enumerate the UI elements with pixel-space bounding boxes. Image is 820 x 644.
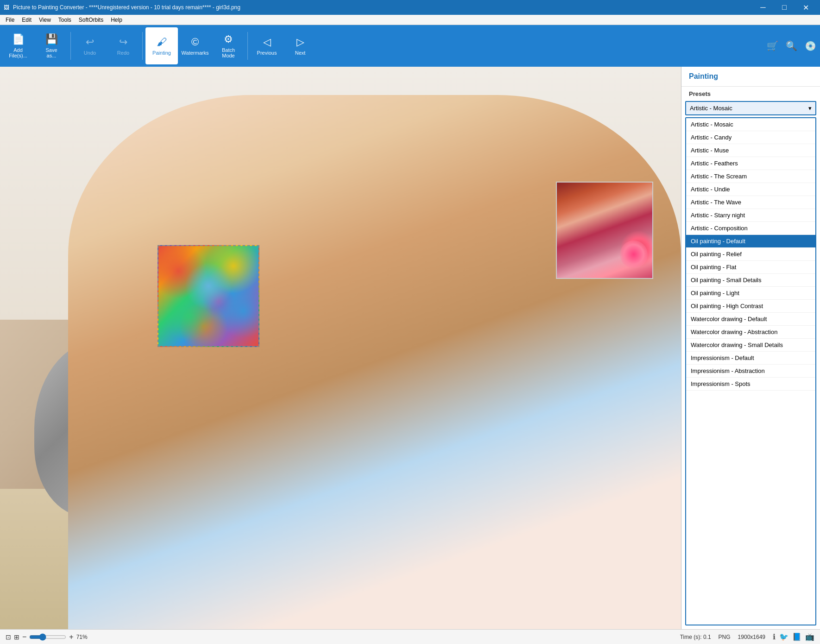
format-label: PNG	[719, 634, 731, 640]
menu-bar: File Edit View Tools SoftOrbits Help	[0, 15, 820, 25]
list-item[interactable]: Oil painting - Light	[686, 287, 815, 300]
list-item[interactable]: Watercolor drawing - Small Details	[686, 339, 815, 352]
dropdown-selected-value: Artistic - Mosaic	[690, 105, 732, 112]
zoom-actual-icon[interactable]: ⊞	[14, 633, 19, 641]
twitter-icon[interactable]: 🐦	[779, 632, 788, 641]
toolbar-save-as[interactable]: 💾 Saveas...	[35, 27, 68, 64]
toolbar-painting[interactable]: 🖌 Painting	[145, 27, 178, 64]
add-file-label: AddFile(s)...	[9, 47, 27, 58]
dropdown-list[interactable]: Artistic - Mosaic Artistic - Candy Artis…	[685, 117, 816, 625]
title-bar-controls: ─ □ ✕	[752, 0, 816, 15]
watermarks-icon: ©	[191, 36, 199, 48]
list-item-selected[interactable]: Oil painting - Default	[686, 235, 815, 248]
save-as-icon: 💾	[45, 33, 58, 45]
toolbar-right-icons: 🛒 🔍 💿	[765, 38, 818, 53]
toolbar-add-file[interactable]: 📄 AddFile(s)...	[2, 27, 34, 64]
previous-icon: ◁	[263, 36, 271, 48]
toolbar-redo: ↪ Redo	[107, 27, 139, 64]
next-icon: ▷	[296, 36, 304, 48]
menu-softorbits[interactable]: SoftOrbits	[75, 16, 107, 24]
toolbar-next[interactable]: ▷ Next	[284, 27, 316, 64]
menu-edit[interactable]: Edit	[18, 16, 35, 24]
toolbar-undo: ↩ Undo	[74, 27, 106, 64]
toolbar-watermarks[interactable]: © Watermarks	[179, 27, 211, 64]
dimensions-label: 1900x1649	[738, 634, 765, 640]
search-icon[interactable]: 🔍	[784, 38, 799, 53]
list-item[interactable]: Oil painting - Small Details	[686, 274, 815, 287]
minimize-button[interactable]: ─	[752, 0, 774, 15]
painting-mosaic	[158, 246, 259, 346]
list-item[interactable]: Oil painting - Flat	[686, 261, 815, 274]
menu-file[interactable]: File	[2, 16, 18, 24]
menu-view[interactable]: View	[35, 16, 55, 24]
portrait-inset	[556, 182, 653, 279]
undo-icon: ↩	[86, 36, 94, 48]
painting-label: Painting	[152, 50, 171, 56]
list-item[interactable]: Artistic - Muse	[686, 144, 815, 157]
facebook-icon[interactable]: 📘	[792, 632, 801, 641]
photo-scene	[0, 67, 681, 629]
status-bar: ⊡ ⊞ − + 71% Time (s): 0.1 PNG 1900x1649 …	[0, 629, 820, 644]
app-icon: 🖼	[4, 4, 9, 11]
zoom-percent: 71%	[76, 634, 88, 640]
list-item[interactable]: Watercolor drawing - Default	[686, 313, 815, 326]
panel-presets-label: Presets	[681, 87, 820, 99]
watermarks-label: Watermarks	[182, 50, 209, 56]
dropdown-arrow-icon: ▾	[808, 105, 812, 112]
list-item[interactable]: Impressionism - Spots	[686, 378, 815, 391]
redo-icon: ↪	[119, 36, 127, 48]
list-item[interactable]: Artistic - Undie	[686, 183, 815, 196]
dropdown-header[interactable]: Artistic - Mosaic ▾	[685, 101, 816, 115]
zoom-control: ⊡ ⊞ − + 71%	[6, 633, 88, 641]
list-item[interactable]: Artistic - The Scream	[686, 170, 815, 183]
redo-label: Redo	[117, 50, 129, 56]
maximize-button[interactable]: □	[774, 0, 795, 15]
list-item[interactable]: Artistic - The Wave	[686, 196, 815, 209]
toolbar-previous[interactable]: ◁ Previous	[251, 27, 283, 64]
zoom-fit-icon[interactable]: ⊡	[6, 633, 11, 641]
list-item[interactable]: Impressionism - Abstraction	[686, 365, 815, 378]
toolbar-separator-3	[247, 32, 248, 60]
painting-overlay	[158, 245, 259, 347]
close-button[interactable]: ✕	[795, 0, 816, 15]
painting-icon: 🖌	[157, 36, 167, 48]
panel-header: Painting	[681, 67, 820, 87]
canvas-area[interactable]	[0, 67, 681, 629]
list-item[interactable]: Artistic - Composition	[686, 222, 815, 235]
list-item[interactable]: Oil painting - High Contrast	[686, 300, 815, 313]
list-item[interactable]: Artistic - Candy	[686, 131, 815, 144]
list-item[interactable]: Artistic - Feathers	[686, 157, 815, 170]
toolbar: 📄 AddFile(s)... 💾 Saveas... ↩ Undo ↪ Red…	[0, 25, 820, 67]
youtube-icon[interactable]: 📺	[805, 632, 814, 641]
title-bar: 🖼 Picture to Painting Converter - ****Un…	[0, 0, 820, 15]
photo-background	[0, 67, 681, 629]
panel-title: Painting	[689, 72, 813, 81]
zoom-minus-button[interactable]: −	[22, 633, 26, 641]
list-item[interactable]: Oil painting - Relief	[686, 248, 815, 261]
disc-icon[interactable]: 💿	[803, 38, 818, 53]
right-panel: Painting Presets Artistic - Mosaic ▾ Art…	[681, 67, 820, 629]
window-title: Picture to Painting Converter - ****Unre…	[13, 4, 240, 11]
undo-label: Undo	[84, 50, 96, 56]
zoom-slider[interactable]	[29, 633, 66, 641]
save-as-label: Saveas...	[45, 47, 57, 58]
next-label: Next	[295, 50, 306, 56]
menu-tools[interactable]: Tools	[55, 16, 75, 24]
list-item[interactable]: Watercolor drawing - Abstraction	[686, 326, 815, 339]
batch-mode-icon: ⚙	[224, 33, 233, 45]
info-icon[interactable]: ℹ	[773, 632, 776, 641]
main-area: Painting Presets Artistic - Mosaic ▾ Art…	[0, 67, 820, 629]
add-file-icon: 📄	[12, 33, 25, 45]
toolbar-separator-1	[70, 32, 71, 60]
zoom-plus-button[interactable]: +	[69, 633, 73, 641]
toolbar-batch-mode[interactable]: ⚙ BatchMode	[212, 27, 245, 64]
cart-icon[interactable]: 🛒	[765, 38, 780, 53]
status-bar-icons: ℹ 🐦 📘 📺	[773, 632, 814, 641]
title-bar-left: 🖼 Picture to Painting Converter - ****Un…	[4, 4, 240, 11]
list-item[interactable]: Artistic - Starry night	[686, 209, 815, 222]
menu-help[interactable]: Help	[107, 16, 126, 24]
list-item[interactable]: Artistic - Mosaic	[686, 118, 815, 131]
girl-shape	[68, 95, 681, 629]
list-item[interactable]: Impressionism - Default	[686, 352, 815, 365]
batch-mode-label: BatchMode	[222, 47, 235, 58]
